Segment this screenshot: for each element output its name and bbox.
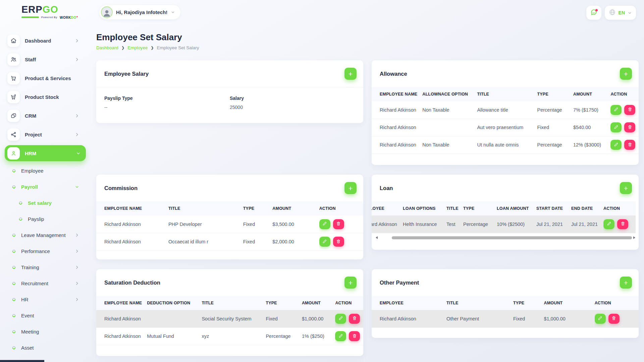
main-content: Employee Set Salary Dashboard❯Employee❯E… bbox=[96, 27, 639, 362]
sidebar-subitem-meeting[interactable]: Meeting bbox=[5, 323, 84, 340]
scroll-left-arrow-icon[interactable] bbox=[376, 236, 378, 239]
sidebar-subitem-label: Asset bbox=[21, 345, 79, 351]
table-row: Richard AtkinsonHelth InsuranceTestPerce… bbox=[372, 216, 636, 233]
sidebar-subitem-payroll[interactable]: Payroll bbox=[5, 179, 84, 195]
sidebar-subitem-employee[interactable]: Employee bbox=[5, 163, 84, 179]
sidebar-subitem-recruitment[interactable]: Recruitment bbox=[5, 275, 84, 291]
breadcrumb-link-employee[interactable]: Employee bbox=[127, 45, 148, 50]
scroll-right-arrow-icon[interactable] bbox=[633, 236, 635, 239]
data-table: EMPLOYEELOAN OPTIONSTITLETYPELOAN AMOUNT… bbox=[372, 201, 636, 233]
edit-button[interactable] bbox=[319, 237, 330, 247]
delete-button[interactable] bbox=[333, 237, 344, 247]
trash-icon bbox=[628, 125, 632, 130]
chevron-right-icon bbox=[75, 39, 79, 43]
column-header: TYPE bbox=[537, 87, 573, 101]
messenger-button[interactable] bbox=[586, 6, 601, 20]
delete-button[interactable] bbox=[333, 219, 344, 229]
action-cell bbox=[610, 101, 639, 119]
bullet-icon bbox=[12, 233, 16, 237]
sidebar-item-product-services[interactable]: Product & Services bbox=[5, 69, 84, 87]
cell: PHP Developer bbox=[168, 216, 243, 233]
sidebar-item-crm[interactable]: CRM bbox=[5, 106, 84, 125]
sidebar-subitem-leave-management[interactable]: Leave Management bbox=[5, 227, 84, 243]
bullet-icon bbox=[12, 298, 16, 301]
user-menu[interactable]: Hi, Rajodiya Infotech! bbox=[99, 5, 180, 19]
sidebar-subitem-event[interactable]: Event bbox=[5, 307, 84, 323]
add-allowance-button[interactable]: + bbox=[620, 68, 632, 80]
data-table: EMPLOYEE NAMEALLOWNACE OPTIONTITLETYPEAM… bbox=[372, 87, 639, 154]
sidebar-subitem-performance[interactable]: Performance bbox=[5, 243, 84, 259]
cell: $1,000.00 bbox=[544, 310, 594, 327]
cell: Jul 21, 2021 bbox=[571, 216, 603, 233]
person-icon bbox=[7, 147, 20, 160]
chevron-right-icon bbox=[75, 233, 79, 237]
column-header: TITLE bbox=[168, 201, 243, 216]
edit-button[interactable] bbox=[335, 314, 346, 324]
sidebar-subitem-hr[interactable]: HR bbox=[5, 291, 84, 307]
column-header: ACTION bbox=[595, 296, 639, 310]
breadcrumb-link-dashboard[interactable]: Dashboard bbox=[96, 45, 118, 50]
delete-button[interactable] bbox=[349, 331, 360, 341]
allowance-card: Allowance + EMPLOYEE NAMEALLOWNACE OPTIO… bbox=[372, 60, 639, 165]
delete-button[interactable] bbox=[617, 219, 628, 229]
sidebar-item-project[interactable]: Project bbox=[5, 125, 84, 144]
cell: 10% ($2500) bbox=[497, 216, 536, 233]
bullet-icon bbox=[12, 169, 16, 173]
edit-button[interactable] bbox=[595, 314, 606, 324]
edit-button[interactable] bbox=[603, 219, 614, 229]
language-selector[interactable]: EN bbox=[605, 6, 636, 20]
action-cell bbox=[595, 310, 639, 327]
add-saturation-deduction-button[interactable]: + bbox=[344, 277, 357, 289]
action-cell bbox=[603, 216, 636, 233]
scrollbar-thumb[interactable] bbox=[392, 236, 632, 239]
edit-icon bbox=[598, 316, 602, 321]
sidebar-item-product-stock[interactable]: Product Stock bbox=[5, 87, 84, 106]
avatar bbox=[101, 6, 113, 18]
sidebar-item-staff[interactable]: Staff bbox=[5, 50, 84, 69]
trash-icon bbox=[628, 142, 632, 148]
trash-icon bbox=[336, 221, 341, 227]
sidebar-subitem-payslip[interactable]: Payslip bbox=[5, 211, 84, 227]
delete-button[interactable] bbox=[624, 105, 635, 115]
saturation-deduction-card: Saturation Deduction + EMPLOYEE NAMEDEDU… bbox=[96, 269, 363, 356]
add-commission-button[interactable]: + bbox=[344, 182, 357, 194]
cell: Fixed bbox=[243, 216, 273, 233]
sidebar-item-label: Project bbox=[25, 132, 75, 137]
notification-dot bbox=[595, 9, 598, 11]
chevron-right-icon bbox=[75, 265, 79, 269]
delete-button[interactable] bbox=[608, 314, 620, 324]
cell: Richard Atkinson bbox=[96, 233, 168, 250]
sidebar-subitem-training[interactable]: Training bbox=[5, 259, 84, 275]
sidebar-item-hrm[interactable]: HRM bbox=[5, 145, 86, 161]
cell: Richard Atkinson bbox=[96, 310, 147, 327]
cell: Social Security System bbox=[202, 310, 266, 327]
salary-field: Salary 25000 bbox=[230, 96, 355, 110]
other-payment-table: EMPLOYEETITLETYPEAMOUNTACTIONRichard Atk… bbox=[372, 296, 639, 328]
sidebar-subitem-set-salary[interactable]: Set salary bbox=[5, 195, 84, 211]
erpgo-logo[interactable]: ERPGO Powered By WORKDO● bbox=[21, 4, 78, 19]
delete-button[interactable] bbox=[624, 140, 635, 150]
edit-button[interactable] bbox=[335, 331, 346, 341]
add-loan-button[interactable]: + bbox=[620, 182, 632, 194]
add-employee-salary-button[interactable]: + bbox=[344, 68, 357, 80]
workdo-brand: WORKDO● bbox=[60, 15, 78, 19]
employee-salary-body: Payslip Type -- Salary 25000 bbox=[96, 87, 363, 120]
edit-button[interactable] bbox=[610, 122, 622, 132]
horizontal-scrollbar[interactable] bbox=[376, 236, 635, 240]
edit-button[interactable] bbox=[610, 140, 622, 150]
delete-button[interactable] bbox=[349, 314, 360, 324]
column-header: TYPE bbox=[463, 201, 497, 216]
sidebar-item-label: CRM bbox=[25, 113, 75, 119]
edit-button[interactable] bbox=[610, 105, 622, 115]
cell: Fixed bbox=[513, 310, 544, 327]
trash-icon bbox=[352, 316, 357, 321]
sidebar-subitem-asset[interactable]: Asset bbox=[5, 340, 84, 356]
bullet-icon bbox=[12, 282, 16, 285]
column-header: EMPLOYEE NAME bbox=[96, 201, 168, 216]
sidebar-item-dashboard[interactable]: Dashboard bbox=[5, 31, 84, 50]
edit-button[interactable] bbox=[319, 219, 330, 229]
cell: Richard Atkinson bbox=[372, 216, 403, 233]
add-other-payment-button[interactable]: + bbox=[620, 277, 632, 289]
delete-button[interactable] bbox=[624, 122, 635, 132]
cell: Allowance title bbox=[477, 101, 537, 119]
